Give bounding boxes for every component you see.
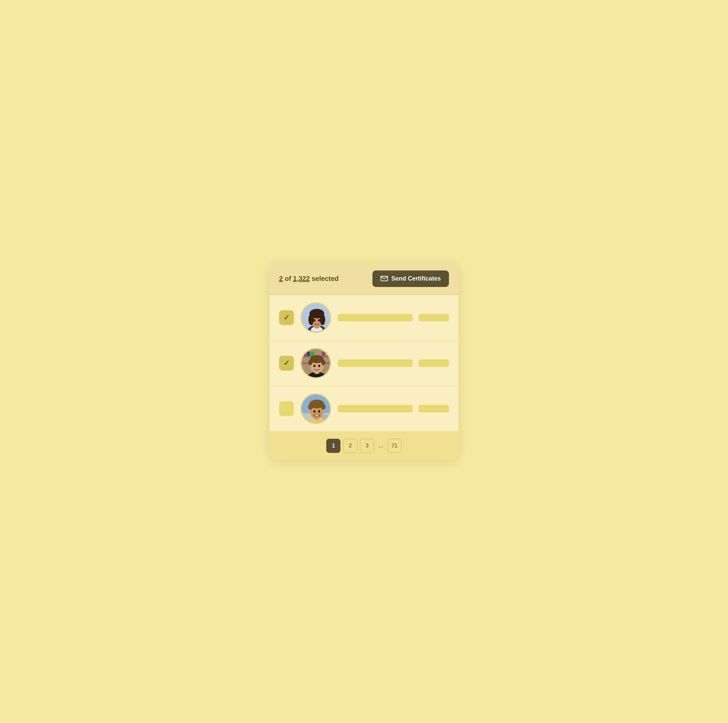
page-button-3[interactable]: 3 — [360, 439, 374, 453]
page-button-2[interactable]: 2 — [343, 439, 357, 453]
svg-point-23 — [308, 360, 312, 365]
send-certificates-button[interactable]: Send Certificates — [372, 270, 449, 287]
avatar-2 — [301, 348, 331, 378]
list-item — [270, 386, 458, 431]
selection-count-text: 2 of 1,322 selected — [279, 275, 339, 283]
main-card: 2 of 1,322 selected Send Certificates ✓ — [270, 263, 458, 460]
pagination-bar: 1 2 3 ... 71 — [270, 431, 458, 460]
svg-rect-16 — [310, 352, 314, 356]
list-item: ✓ — [270, 341, 458, 386]
row-content-2 — [338, 360, 449, 367]
svg-point-10 — [318, 319, 320, 322]
svg-point-8 — [320, 314, 325, 325]
tag-placeholder-1 — [419, 314, 449, 322]
selected-count: 2 — [279, 275, 283, 282]
header-bar: 2 of 1,322 selected Send Certificates — [270, 263, 458, 295]
svg-point-26 — [318, 365, 320, 367]
page-button-71[interactable]: 71 — [388, 439, 402, 453]
svg-point-7 — [308, 314, 314, 325]
row-content-3 — [338, 405, 449, 412]
svg-rect-14 — [303, 352, 307, 356]
svg-point-25 — [314, 365, 315, 367]
page-button-1[interactable]: 1 — [326, 439, 340, 453]
svg-point-24 — [321, 360, 325, 365]
svg-rect-18 — [326, 352, 330, 356]
checkbox-2[interactable]: ✓ — [279, 356, 294, 371]
checkmark-icon: ✓ — [283, 359, 289, 368]
pagination-dots: ... — [377, 442, 385, 449]
svg-point-35 — [308, 404, 313, 410]
svg-point-9 — [314, 319, 315, 322]
tag-placeholder-3 — [419, 405, 449, 412]
send-button-label: Send Certificates — [391, 275, 441, 282]
name-placeholder-2 — [338, 360, 413, 367]
avatar-image-2 — [302, 349, 331, 378]
total-count: 1,322 — [293, 275, 310, 282]
checkmark-icon: ✓ — [283, 313, 289, 322]
tag-placeholder-2 — [419, 360, 449, 367]
svg-rect-15 — [307, 352, 310, 356]
svg-point-39 — [318, 410, 320, 412]
row-content-1 — [338, 314, 449, 322]
svg-point-38 — [314, 410, 315, 412]
name-placeholder-1 — [338, 314, 413, 322]
list-item: ✓ — [270, 295, 458, 341]
user-list: ✓ — [270, 295, 458, 431]
checkbox-1[interactable]: ✓ — [279, 310, 294, 325]
avatar-image-1 — [302, 303, 331, 333]
mail-icon — [381, 276, 388, 281]
avatar-1 — [301, 302, 331, 333]
svg-point-36 — [321, 404, 326, 410]
avatar-3 — [301, 394, 331, 424]
avatar-image-3 — [302, 395, 331, 424]
checkbox-3[interactable] — [279, 401, 294, 416]
svg-rect-17 — [322, 352, 325, 356]
name-placeholder-3 — [338, 405, 413, 412]
